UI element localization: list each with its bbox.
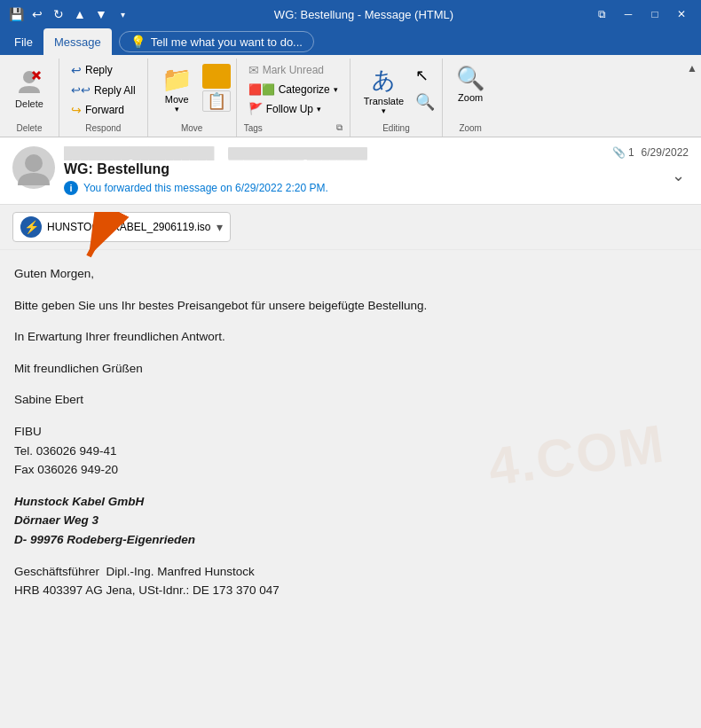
translate-icon: あ	[372, 65, 396, 96]
zoom-icon: 🔍	[456, 65, 484, 92]
sender-name: ████████ ██████████	[64, 146, 214, 160]
move-button[interactable]: 📁 Move ▾	[154, 60, 201, 118]
menu-message[interactable]: Message	[43, 28, 112, 55]
translate-label: Translate	[364, 96, 404, 106]
move-label: Move	[165, 94, 189, 105]
attachment-dropdown-icon[interactable]: ▾	[217, 220, 223, 234]
translate-button[interactable]: あ Translate ▾	[356, 60, 412, 120]
body-request: Bitte geben Sie uns Ihr bestes Preisange…	[14, 296, 687, 316]
ribbon-group-delete: Delete Delete	[0, 59, 59, 137]
zoom-button[interactable]: 🔍 Zoom	[448, 60, 492, 107]
move-icon: 📁	[161, 65, 193, 94]
header-right: 📎 1 6/29/2022 ⌄	[612, 146, 689, 189]
mark-unread-label: Mark Unread	[263, 64, 324, 76]
pointer-button[interactable]: ↖	[414, 64, 437, 87]
send-down-icon[interactable]: ▼	[92, 5, 110, 23]
reply-all-label: Reply All	[94, 84, 136, 97]
redo-icon[interactable]: ↻	[50, 5, 67, 23]
categorize-icon: 🟥🟩	[248, 83, 275, 96]
attachment-name: HUNSTOCK_KABEL_2906119.iso	[47, 221, 211, 233]
expand-button[interactable]: ⌄	[668, 162, 689, 189]
ribbon-group-zoom: 🔍 Zoom Zoom	[443, 59, 498, 137]
delete-button[interactable]: Delete	[5, 60, 53, 115]
email-body[interactable]: Guten Morgen, Bitte geben Sie uns Ihr be…	[0, 250, 701, 676]
ribbon-group-move-label: Move	[152, 121, 232, 137]
onenote-button[interactable]	[202, 64, 231, 89]
maximize-button[interactable]: □	[642, 5, 667, 23]
reply-all-button[interactable]: ↩↩ Reply All	[65, 81, 142, 99]
ribbon-group-respond: ↩ Reply ↩↩ Reply All ↪ Forward Respond	[59, 59, 148, 137]
info-icon: i	[64, 181, 78, 195]
ribbon-group-tags: ✉ Mark Unread 🟥🟩 Categorize ▾ 🚩 Follow U…	[237, 59, 350, 137]
body-contact: FIBU Tel. 036026 949-41 Fax 036026 949-2…	[14, 422, 687, 480]
email-subject: WG: Bestellung	[64, 161, 603, 177]
sender-row: ████████ ██████████ ██████████ ████████	[64, 146, 603, 160]
ribbon-group-delete-label: Delete	[4, 121, 55, 137]
mark-unread-button[interactable]: ✉ Mark Unread	[242, 60, 344, 80]
forwarded-notice: i You forwarded this message on 6/29/202…	[64, 181, 603, 195]
ribbon-group-zoom-label: Zoom	[446, 121, 494, 137]
email-header: ████████ ██████████ ██████████ ████████ …	[0, 137, 701, 205]
categorize-label: Categorize	[279, 83, 330, 96]
svg-point-3	[25, 154, 43, 172]
dropdown-icon[interactable]: ▾	[114, 5, 131, 23]
sender-avatar	[12, 146, 55, 189]
minimize-button[interactable]: ─	[616, 5, 641, 23]
send-up-icon[interactable]: ▲	[71, 5, 89, 23]
email-date: 6/29/2022	[642, 146, 689, 159]
categorize-button[interactable]: 🟥🟩 Categorize ▾	[242, 81, 344, 98]
reply-button[interactable]: ↩ Reply	[65, 60, 142, 80]
mark-unread-icon: ✉	[248, 63, 259, 77]
reply-all-icon: ↩↩	[71, 83, 91, 97]
reply-icon: ↩	[71, 63, 82, 77]
sender-to: ██████████ ████████	[228, 147, 366, 160]
delete-icon	[15, 68, 43, 97]
follow-up-icon: 🚩	[248, 102, 263, 115]
save-icon[interactable]: 💾	[7, 5, 25, 23]
menu-file[interactable]: File	[4, 28, 43, 55]
follow-up-button[interactable]: 🚩 Follow Up ▾	[242, 99, 344, 118]
undo-icon[interactable]: ↩	[28, 5, 46, 23]
find-button[interactable]: 🔍	[414, 90, 437, 114]
restore-button[interactable]: ⧉	[589, 5, 614, 23]
attachment-bar: ⚡ HUNSTOCK_KABEL_2906119.iso ▾	[0, 205, 701, 250]
ribbon-group-tags-label: Tags ⧉	[240, 121, 346, 137]
ribbon-group-editing-label: Editing	[354, 121, 438, 137]
ribbon-group-editing: あ Translate ▾ ↖ 🔍 Editing	[350, 59, 443, 137]
window-title: WG: Bestellung - Message (HTML)	[138, 8, 589, 21]
attachment-file-icon: ⚡	[20, 216, 42, 238]
forward-button[interactable]: ↪ Forward	[65, 100, 142, 120]
attachment-chip[interactable]: ⚡ HUNSTOCK_KABEL_2906119.iso ▾	[12, 212, 231, 242]
ribbon-collapse-button[interactable]: ▲	[683, 59, 701, 137]
ribbon: Delete Delete ↩ Reply ↩↩ Reply All ↪ For…	[0, 55, 701, 137]
rules-button[interactable]: 📋	[202, 90, 231, 112]
menu-bar: File Message 💡 Tell me what you want to …	[0, 28, 701, 55]
ribbon-group-move: 📁 Move ▾ 📋 Move	[148, 59, 237, 137]
body-awaiting: In Erwartung Ihrer freundlichen Antwort.	[14, 327, 687, 347]
tell-me-input[interactable]: 💡 Tell me what you want to do...	[119, 31, 314, 52]
delete-label: Delete	[15, 98, 43, 109]
close-button[interactable]: ✕	[669, 5, 694, 23]
quick-access-toolbar: 💾 ↩ ↻ ▲ ▼ ▾	[7, 5, 131, 23]
reply-label: Reply	[85, 64, 113, 76]
body-company: Hunstock Kabel GmbH Dörnaer Weg 3 D- 999…	[14, 492, 687, 550]
ribbon-group-respond-label: Respond	[63, 121, 144, 137]
body-greeting: Guten Morgen,	[14, 264, 687, 284]
forward-label: Forward	[85, 104, 124, 116]
title-bar: 💾 ↩ ↻ ▲ ▼ ▾ WG: Bestellung - Message (HT…	[0, 0, 701, 28]
attachment-count: 📎 1	[612, 146, 634, 159]
body-regards: Mit freundlichen Grüßen	[14, 359, 687, 379]
zoom-label: Zoom	[458, 92, 483, 103]
body-name: Sabine Ebert	[14, 390, 687, 410]
body-director: Geschäftsführer Dipl.-Ing. Manfred Hunst…	[14, 562, 687, 600]
follow-up-label: Follow Up	[266, 103, 313, 115]
forward-icon: ↪	[71, 103, 82, 117]
email-meta: ████████ ██████████ ██████████ ████████ …	[64, 146, 603, 195]
window-controls: ⧉ ─ □ ✕	[589, 5, 694, 23]
